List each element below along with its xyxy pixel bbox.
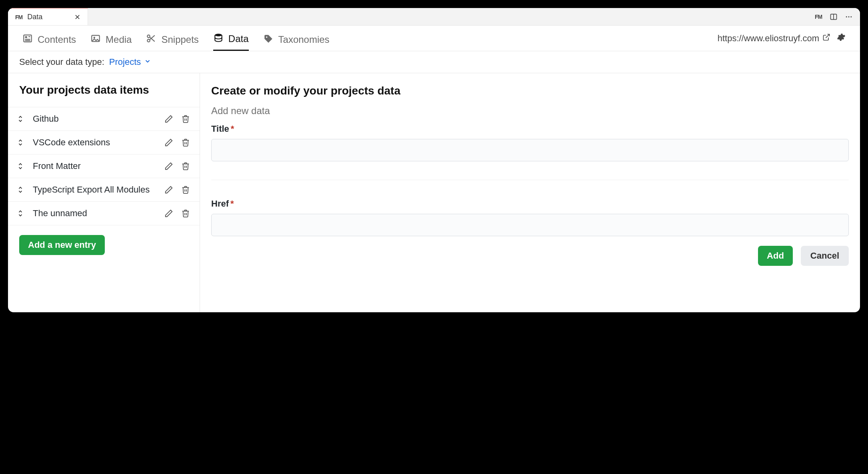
item-name: VSCode extensions [33, 137, 156, 148]
item-name: Front Matter [33, 161, 156, 171]
nav-label: Taxonomies [278, 34, 330, 45]
svg-point-11 [94, 36, 95, 38]
list-item[interactable]: Front Matter [8, 155, 200, 178]
sort-handle-icon[interactable] [18, 210, 25, 217]
item-name: Github [33, 114, 156, 124]
sort-handle-icon[interactable] [18, 163, 25, 170]
list-item[interactable]: Github [8, 107, 200, 131]
nav-data[interactable]: Data [213, 26, 249, 51]
list-item[interactable]: The unnamed [8, 202, 200, 225]
href-input[interactable] [211, 214, 849, 236]
nav-label: Contents [38, 34, 76, 45]
edit-icon[interactable] [164, 209, 173, 218]
href-label: Href* [211, 199, 849, 209]
data-icon [213, 32, 224, 45]
fm-logo-small-icon[interactable]: FM [814, 13, 822, 21]
fm-logo-icon: FM [15, 14, 22, 20]
app-window: FM Data ✕ FM Contents Media [8, 8, 860, 312]
form-subtitle: Add new data [211, 105, 849, 116]
more-icon[interactable] [845, 13, 853, 21]
add-entry-button[interactable]: Add a new entry [19, 235, 105, 255]
delete-icon[interactable] [181, 185, 190, 194]
delete-icon[interactable] [181, 114, 190, 123]
item-name: TypeScript Export All Modules [33, 185, 156, 195]
sort-handle-icon[interactable] [18, 115, 25, 123]
nav-label: Snippets [161, 34, 198, 45]
nav-snippets[interactable]: Snippets [146, 26, 198, 51]
nav-contents[interactable]: Contents [22, 26, 76, 51]
svg-point-16 [215, 34, 222, 36]
titlebar-actions: FM [814, 8, 860, 25]
settings-gear-icon[interactable] [837, 33, 846, 44]
contents-icon [22, 33, 33, 46]
tab-title: Data [27, 13, 42, 21]
media-icon [90, 33, 101, 46]
edit-icon[interactable] [164, 114, 173, 123]
delete-icon[interactable] [181, 138, 190, 147]
items-list: Github VSCode extensions Fro [8, 107, 200, 225]
form-heading: Create or modify your projects data [211, 84, 849, 97]
snippets-icon [146, 33, 156, 46]
form-divider [211, 180, 849, 180]
nav-label: Data [228, 33, 249, 44]
required-mark: * [231, 124, 234, 134]
list-item[interactable]: VSCode extensions [8, 131, 200, 155]
sort-handle-icon[interactable] [18, 186, 25, 193]
type-selector-picker[interactable]: Projects [109, 57, 151, 67]
svg-point-13 [148, 39, 150, 42]
list-item[interactable]: TypeScript Export All Modules [8, 178, 200, 202]
title-label: Title* [211, 124, 849, 134]
editor-tab[interactable]: FM Data ✕ [8, 8, 88, 25]
items-panel: Your projects data items Github VSCode e… [8, 73, 200, 312]
sort-handle-icon[interactable] [18, 139, 25, 146]
site-url-link[interactable]: https://www.eliostruyf.com [718, 33, 830, 44]
delete-icon[interactable] [181, 162, 190, 171]
svg-point-2 [846, 16, 847, 17]
type-selector-bar: Select your data type: Projects [8, 51, 860, 73]
edit-icon[interactable] [164, 138, 173, 147]
type-selected-value: Projects [109, 57, 141, 67]
items-heading: Your projects data items [8, 73, 200, 107]
nav-media[interactable]: Media [90, 26, 132, 51]
split-editor-icon[interactable] [830, 13, 838, 21]
nav-label: Media [106, 34, 132, 45]
content-split: Your projects data items Github VSCode e… [8, 73, 860, 312]
form-actions: Add Cancel [211, 246, 849, 266]
close-icon[interactable]: ✕ [74, 13, 80, 22]
delete-icon[interactable] [181, 209, 190, 218]
site-url-text: https://www.eliostruyf.com [718, 33, 819, 44]
form-panel: Create or modify your projects data Add … [200, 73, 860, 312]
titlebar: FM Data ✕ FM [8, 8, 860, 26]
svg-point-12 [148, 35, 150, 38]
add-button[interactable]: Add [758, 246, 793, 266]
chevron-down-icon [144, 57, 151, 67]
nav-right: https://www.eliostruyf.com [718, 33, 846, 44]
edit-icon[interactable] [164, 162, 173, 171]
taxonomies-icon [263, 33, 274, 46]
svg-line-18 [826, 34, 829, 38]
external-link-icon [822, 33, 830, 44]
required-mark: * [230, 199, 234, 209]
svg-point-17 [266, 36, 267, 38]
svg-point-3 [848, 16, 850, 17]
type-selector-label: Select your data type: [19, 57, 104, 67]
href-label-text: Href [211, 199, 229, 209]
main-nav: Contents Media Snippets Data Taxonomies [8, 26, 860, 51]
nav-taxonomies[interactable]: Taxonomies [263, 26, 330, 51]
svg-rect-6 [25, 36, 27, 38]
svg-point-4 [850, 16, 852, 17]
title-label-text: Title [211, 124, 229, 134]
edit-icon[interactable] [164, 185, 173, 194]
item-name: The unnamed [33, 208, 156, 219]
title-input[interactable] [211, 139, 849, 161]
cancel-button[interactable]: Cancel [801, 246, 849, 266]
